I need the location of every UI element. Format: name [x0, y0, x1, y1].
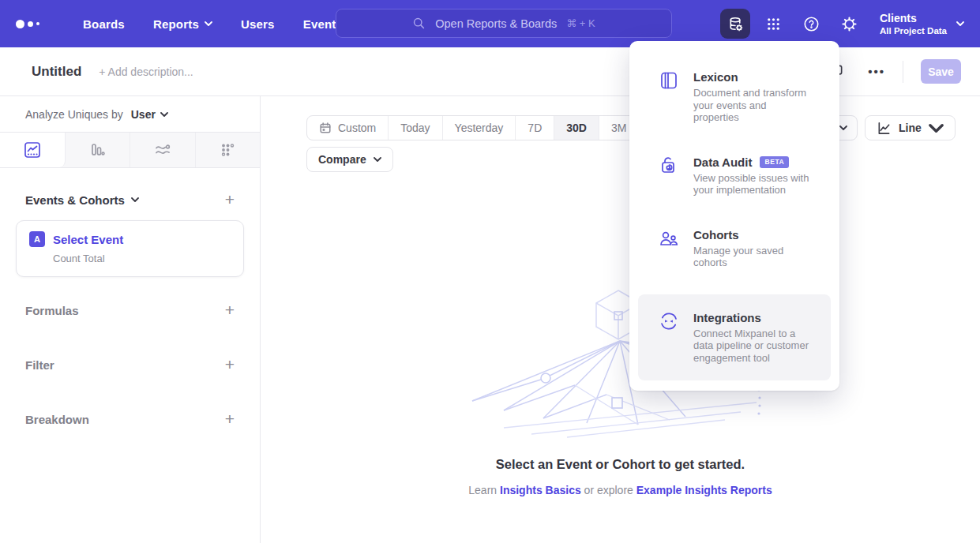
- cohorts-description: Manage your saved cohorts: [693, 245, 810, 269]
- mixpanel-app: Boards Reports Users Events Open Reports…: [0, 0, 980, 543]
- cohorts-icon: [659, 228, 680, 269]
- add-event-button[interactable]: +: [225, 193, 235, 207]
- analyze-label: Analyze Uniques by: [25, 108, 123, 121]
- mixpanel-logo-icon[interactable]: [16, 20, 57, 28]
- search-placeholder: Open Reports & Boards: [435, 17, 557, 30]
- chevron-down-icon: [131, 197, 139, 202]
- chevron-down-icon: [160, 112, 168, 117]
- chevron-down-icon: [839, 125, 847, 130]
- events-cohorts-label: Events & Cohorts: [25, 193, 125, 207]
- formulas-section: Formulas +: [0, 303, 260, 317]
- insights-basics-link[interactable]: Insights Basics: [500, 484, 581, 496]
- calendar-icon: [319, 122, 332, 134]
- analyze-value-dropdown[interactable]: User: [131, 108, 168, 121]
- integrations-description: Connect Mixpanel to a data pipeline or c…: [693, 328, 810, 365]
- global-search-input[interactable]: Open Reports & Boards ⌘ + K: [336, 9, 672, 38]
- apps-grid-button[interactable]: [758, 9, 788, 39]
- project-selector[interactable]: Clients All Project Data: [880, 12, 964, 36]
- analyze-value: User: [131, 108, 156, 121]
- event-card[interactable]: A Select Event Count Total: [16, 220, 244, 277]
- chevron-down-icon: [929, 121, 944, 136]
- tab-line-chart[interactable]: [0, 133, 66, 167]
- help-button[interactable]: [796, 9, 826, 39]
- menu-item-lexicon[interactable]: Lexicon Document and transform your even…: [638, 64, 831, 130]
- cohorts-title: Cohorts: [693, 228, 739, 242]
- report-canvas: Custom Today Yesterday 7D 30D 3M 6M 12M …: [261, 96, 980, 543]
- data-management-button[interactable]: [720, 9, 750, 39]
- search-shortcut: ⌘ + K: [566, 17, 595, 29]
- apps-grid-icon: [765, 16, 782, 32]
- lexicon-title: Lexicon: [693, 70, 738, 84]
- data-audit-title: Data Audit: [693, 155, 752, 169]
- count-total-dropdown[interactable]: Count Total: [53, 253, 231, 264]
- chart-type-tabs: [0, 132, 260, 168]
- range-custom-label: Custom: [338, 122, 376, 134]
- empty-state: Select an Event or Cohort to get started…: [261, 457, 980, 496]
- range-30d-label: 30D: [566, 122, 587, 134]
- chevron-down-icon: [205, 21, 212, 26]
- range-custom[interactable]: Custom: [307, 116, 388, 140]
- search-icon: [412, 17, 426, 30]
- data-audit-description: View possible issues with your implement…: [693, 172, 810, 197]
- add-breakdown-button[interactable]: +: [225, 412, 235, 426]
- tab-bar-chart[interactable]: [66, 133, 131, 167]
- empty-state-subtitle: Learn Insights Basics or explore Example…: [261, 484, 980, 496]
- menu-item-integrations[interactable]: Integrations Connect Mixpanel to a data …: [638, 294, 831, 381]
- tab-stacked-chart[interactable]: [130, 133, 196, 167]
- report-title[interactable]: Untitled: [32, 64, 81, 80]
- nav-users[interactable]: Users: [241, 17, 275, 31]
- breakdown-label: Breakdown: [25, 413, 89, 426]
- select-event-button[interactable]: Select Event: [53, 233, 123, 246]
- filter-label: Filter: [25, 358, 54, 372]
- top-navbar: Boards Reports Users Events Open Reports…: [0, 0, 980, 47]
- tab-metric[interactable]: [196, 133, 261, 167]
- lexicon-icon: [659, 70, 680, 124]
- add-filter-button[interactable]: +: [225, 358, 235, 372]
- range-30d-selected[interactable]: 30D: [554, 116, 599, 140]
- or-explore-text: or explore: [584, 484, 633, 496]
- range-yesterday-label: Yesterday: [455, 122, 504, 134]
- chart-type-label: Line: [899, 122, 922, 134]
- navbar-actions: Clients All Project Data: [720, 9, 964, 39]
- flow-chart-icon: [153, 140, 172, 159]
- metric-grid-icon: [218, 140, 237, 159]
- more-options-button[interactable]: •••: [868, 65, 885, 78]
- example-insights-reports-link[interactable]: Example Insights Reports: [636, 484, 772, 496]
- empty-state-title: Select an Event or Cohort to get started…: [261, 457, 980, 472]
- nav-reports-label: Reports: [153, 17, 199, 31]
- settings-button[interactable]: [834, 9, 864, 39]
- divider: [903, 61, 903, 83]
- nav-users-label: Users: [241, 17, 275, 31]
- compare-dropdown[interactable]: Compare: [306, 147, 393, 172]
- events-cohorts-toggle[interactable]: Events & Cohorts: [25, 193, 139, 207]
- range-7d[interactable]: 7D: [515, 116, 554, 140]
- chart-type-dropdown[interactable]: Line: [865, 115, 956, 140]
- gear-icon: [841, 16, 858, 32]
- range-7d-label: 7D: [528, 122, 542, 134]
- line-chart-icon: [23, 140, 42, 159]
- formulas-label: Formulas: [25, 304, 79, 317]
- nav-reports[interactable]: Reports: [153, 17, 212, 31]
- database-gear-icon: [727, 16, 744, 32]
- line-chart-icon: [877, 121, 892, 136]
- range-yesterday[interactable]: Yesterday: [442, 116, 516, 140]
- bar-chart-icon: [88, 140, 107, 159]
- org-name: Clients: [880, 12, 947, 25]
- menu-item-data-audit[interactable]: Data Audit BETA View possible issues wit…: [638, 149, 831, 203]
- help-icon: [803, 16, 820, 32]
- project-scope: All Project Data: [880, 25, 947, 36]
- breakdown-section: Breakdown +: [0, 412, 260, 426]
- integrations-title: Integrations: [693, 311, 761, 324]
- save-button[interactable]: Save: [921, 59, 961, 84]
- range-today[interactable]: Today: [388, 116, 441, 140]
- primary-nav: Boards Reports Users Events: [83, 17, 343, 31]
- report-description-field[interactable]: + Add description...: [99, 66, 193, 78]
- add-formula-button[interactable]: +: [225, 303, 235, 317]
- analyze-row: Analyze Uniques by User: [0, 96, 260, 132]
- nav-boards[interactable]: Boards: [83, 17, 125, 31]
- lexicon-description: Document and transform your events and p…: [693, 87, 810, 124]
- learn-text: Learn: [468, 484, 497, 496]
- chevron-down-icon: [374, 157, 381, 162]
- menu-item-cohorts[interactable]: Cohorts Manage your saved cohorts: [638, 222, 831, 275]
- event-badge: A: [29, 231, 45, 247]
